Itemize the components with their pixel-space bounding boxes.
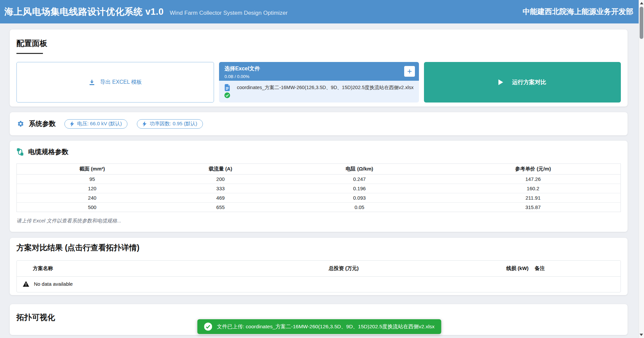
cable-table-body: 952000.247147.261203330.196160.22404690.… (17, 175, 621, 212)
run-comparison-label: 运行方案对比 (512, 78, 546, 86)
col-scheme-name: 方案名称 (17, 265, 325, 272)
department-label: 中能建西北院海上能源业务开发部 (523, 7, 633, 17)
col-line-loss: 线损 (kW) (502, 265, 531, 272)
no-data-text: No data available (34, 281, 73, 287)
uploaded-file-name: coordinates_方案二-16MW-260(126,3.5D、9D、15D… (237, 84, 414, 91)
cable-specs-title: 电缆规格参数 (28, 147, 68, 156)
cable-column-header: 电阻 (Ω/km) (273, 164, 445, 175)
system-params-title: 系统参数 (29, 119, 56, 128)
bolt-icon (143, 121, 147, 127)
cable-spec-cell: 211.91 (445, 193, 621, 203)
no-data-row: No data available (17, 277, 621, 292)
cable-spec-cell: 655 (168, 203, 273, 212)
upload-title: 选择Excel文件 (224, 65, 414, 72)
cable-title-row: 电缆规格参数 (16, 147, 621, 156)
cable-spec-cell: 120 (17, 184, 168, 193)
upload-status-row (224, 92, 414, 99)
toast-message: 文件已上传: coordinates_方案二-16MW-260(126,3.5D… (217, 323, 434, 330)
download-icon (89, 79, 95, 86)
col-remarks: 备注 (531, 265, 621, 272)
cable-spec-cell: 0.196 (273, 184, 445, 193)
cable-spec-cell: 333 (168, 184, 273, 193)
app: 海上风电场集电线路设计优化系统 v1.0 Wind Farm Collector… (0, 0, 644, 338)
scrollbar-thumb[interactable] (640, 7, 643, 39)
cable-spec-row: 5006550.05315.87 (17, 203, 621, 212)
config-panel-title: 配置面板 (16, 38, 621, 49)
cable-specs-card: 电缆规格参数 截面 (mm²)载流量 (A)电阻 (Ω/km)参考单价 (元/m… (10, 141, 628, 232)
cable-spec-row: 2404690.093211.91 (17, 193, 621, 203)
cable-column-header: 截面 (mm²) (17, 164, 168, 175)
bolt-icon (70, 121, 74, 127)
cable-column-header: 载流量 (A) (168, 164, 273, 175)
config-panel-card: 配置面板 导出 EXCEL 模板 选择Excel文件 0.0B / 0.00% (10, 29, 628, 107)
toast-check-icon (204, 323, 212, 331)
cable-spec-cell: 315.87 (445, 203, 621, 212)
export-template-button[interactable]: 导出 EXCEL 模板 (16, 62, 214, 103)
title-underline (16, 53, 43, 54)
upload-file-list: coordinates_方案二-16MW-260(126,3.5D、9D、15D… (219, 81, 419, 103)
cable-spec-cell: 0.093 (273, 193, 445, 203)
cable-icon (16, 148, 24, 156)
system-params-card: 系统参数 电压: 66.0 kV (默认) 功率因数: 0.95 (默认) (10, 112, 628, 135)
cable-spec-cell: 0.247 (273, 175, 445, 184)
power-factor-badge: 功率因数: 0.95 (默认) (137, 119, 203, 129)
cable-spec-cell: 469 (168, 193, 273, 203)
uploaded-file-item[interactable]: coordinates_方案二-16MW-260(126,3.5D、9D、15D… (224, 84, 414, 91)
comparison-card: 方案对比结果 (点击行查看拓扑详情) 方案名称 总投资 (万元) 线损 (kW)… (10, 238, 628, 295)
voltage-badge: 电压: 66.0 kV (默认) (64, 119, 127, 129)
power-factor-badge-label: 功率因数: 0.95 (默认) (150, 121, 197, 127)
scroll-up-arrow-icon[interactable] (640, 2, 643, 4)
warning-icon (23, 281, 29, 287)
cable-specs-table: 截面 (mm²)载流量 (A)电阻 (Ω/km)参考单价 (元/m) 95200… (16, 163, 621, 212)
cable-spec-cell: 240 (17, 193, 168, 203)
cable-spec-cell: 0.05 (273, 203, 445, 212)
export-template-label: 导出 EXCEL 模板 (100, 79, 142, 86)
main-area: 海上风电场集电线路设计优化系统 v1.0 Wind Farm Collector… (0, 0, 639, 338)
app-header: 海上风电场集电线路设计优化系统 v1.0 Wind Farm Collector… (0, 0, 639, 23)
cable-spec-row: 1203330.196160.2 (17, 184, 621, 193)
cable-column-header: 参考单价 (元/m) (445, 164, 621, 175)
cable-spec-cell: 500 (17, 203, 168, 212)
cable-table-header-row: 截面 (mm²)载流量 (A)电阻 (Ω/km)参考单价 (元/m) (17, 164, 621, 175)
comparison-title: 方案对比结果 (点击行查看拓扑详情) (16, 243, 621, 253)
upload-success-icon (224, 92, 230, 98)
scroll-down-arrow-icon[interactable] (640, 334, 643, 336)
app-subtitle: Wind Farm Collector System Design Optimi… (170, 10, 287, 16)
col-total-investment: 总投资 (万元) (325, 265, 502, 272)
gear-icon (17, 120, 24, 127)
upload-toast: 文件已上传: coordinates_方案二-16MW-260(126,3.5D… (197, 319, 441, 334)
run-comparison-button[interactable]: 运行方案对比 (424, 62, 621, 103)
add-file-button[interactable]: + (404, 66, 415, 77)
cable-spec-cell: 200 (168, 175, 273, 184)
content: 配置面板 导出 EXCEL 模板 选择Excel文件 0.0B / 0.00% (0, 23, 639, 335)
upload-hint-note: 请上传 Excel 文件以查看系统参数和电缆规格... (16, 218, 621, 224)
cable-spec-cell: 160.2 (445, 184, 621, 193)
config-row: 导出 EXCEL 模板 选择Excel文件 0.0B / 0.00% + (16, 62, 621, 103)
comparison-header-row: 方案名称 总投资 (万元) 线损 (kW) 备注 (17, 261, 621, 277)
file-select-area[interactable]: 选择Excel文件 0.0B / 0.00% + (219, 62, 419, 81)
upload-widget: 选择Excel文件 0.0B / 0.00% + coordinates_方案二… (219, 62, 419, 103)
document-icon (224, 84, 230, 91)
cable-spec-row: 952000.247147.26 (17, 175, 621, 184)
play-icon (498, 79, 503, 85)
cable-spec-cell: 95 (17, 175, 168, 184)
upload-progress: 0.0B / 0.00% (224, 74, 414, 79)
comparison-table: 方案名称 总投资 (万元) 线损 (kW) 备注 No data availab… (16, 260, 621, 292)
app-title: 海上风电场集电线路设计优化系统 v1.0 (4, 6, 164, 18)
cable-spec-cell: 147.26 (445, 175, 621, 184)
vertical-scrollbar[interactable] (639, 0, 644, 338)
voltage-badge-label: 电压: 66.0 kV (默认) (77, 121, 122, 127)
